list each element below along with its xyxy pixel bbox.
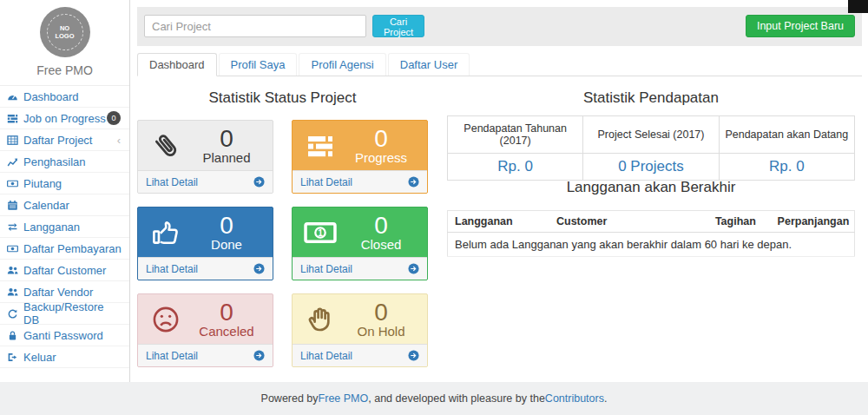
card-planned: 0 Planned Lihat Detail [137,120,273,194]
sidebar-item-label: Daftar Vendor [23,286,93,299]
sidebar-nav: Dashboard Job on Progress 0 Daftar Proje… [0,85,129,368]
card-progress: 0 Progress Lihat Detail [292,120,428,194]
sidebar-item-label: Dashboard [23,90,79,103]
footer-link-free-pmo[interactable]: Free PMO [319,392,369,405]
sidebar-item-calendar[interactable]: Calendar [0,194,129,216]
done-label: Done [186,238,267,252]
svg-text:1: 1 [318,227,323,237]
income-table: Pendapatan Tahunan (2017) Project Selesa… [447,115,855,181]
on-hold-count: 0 [340,300,422,325]
income-section-title: Statistik Pendapatan [447,89,855,107]
arrow-circle-right-icon [408,263,419,274]
new-project-button[interactable]: Input Project Baru [746,15,855,37]
status-cards: 0 Planned Lihat Detail 0 Progress [137,120,428,367]
subscription-header: Tagihan [708,211,771,233]
sidebar-item-daftar-customer[interactable]: Daftar Customer [0,260,129,281]
subscription-header: Customer [549,211,708,233]
sidebar-item-ganti-password[interactable]: Ganti Password [0,325,129,346]
sign-out-icon [7,352,18,363]
money-icon [7,178,18,189]
arrow-circle-right-icon [253,263,265,274]
subscription-header: Langganan [448,211,549,233]
topbar: Cari Project Input Project Baru [137,7,862,46]
tab-profil-agensi[interactable]: Profil Agensi [299,53,385,76]
tab-daftar-user[interactable]: Daftar User [388,53,470,76]
progress-detail-link[interactable]: Lihat Detail [293,170,427,193]
tasks-icon [300,132,340,160]
sidebar-item-label: Penghasilan [23,155,86,168]
closed-count: 0 [340,213,422,238]
sidebar-item-dashboard[interactable]: Dashboard [0,86,129,108]
sidebar-item-label: Daftar Project [23,134,92,147]
subscription-section-title: Langganan akan Berakhir [447,179,855,196]
sidebar-item-daftar-pembayaran[interactable]: Daftar Pembayaran [0,238,129,260]
page-footer: Powered by Free PMO, and developed with … [0,382,868,415]
arrow-circle-right-icon [253,350,265,361]
chevron-left-icon: ‹ [117,135,121,146]
income-header: Pendapatan Tahunan (2017) [448,116,583,154]
sidebar-item-penghasilan[interactable]: Penghasilan [0,151,129,173]
card-on-hold: 0 On Hold Lihat Detail [292,293,428,367]
closed-detail-link[interactable]: Lihat Detail [293,257,427,280]
free-pmo-dashboard: NO LOGO Free PMO Dashboard Job on Progre… [0,0,868,415]
planned-label: Planned [186,151,267,165]
income-value: 0 Projects [583,154,719,181]
canceled-detail-link[interactable]: Lihat Detail [138,344,273,366]
subscription-table: Langganan Customer Tagihan Perpanjangan … [447,210,855,257]
sidebar-item-keluar[interactable]: Keluar [0,346,129,368]
search-input[interactable] [144,15,366,37]
sidebar-item-label: Calendar [23,199,69,212]
footer-text: , and developed with pleasure by the [368,392,545,405]
subscription-empty-message: Belum ada Langganan yang akan berakhir d… [448,233,855,257]
tasks-icon [7,113,18,124]
exchange-icon [7,221,18,233]
tab-profil-saya[interactable]: Profil Saya [219,53,298,76]
canceled-count: 0 [186,300,267,325]
search-button[interactable]: Cari Project [372,15,424,37]
calendar-icon [7,200,18,211]
footer-link-contributors[interactable]: Contributors [545,392,604,405]
tab-bar: Dashboard Profil Saya Profil Agensi Daft… [137,53,862,76]
status-section-title: Statistik Status Project [137,89,428,107]
thumbs-up-icon [146,218,186,247]
sidebar-item-label: Backup/Restore DB [23,300,122,326]
income-header: Pendapatan akan Datang [719,116,854,154]
sidebar-item-langganan[interactable]: Langganan [0,216,129,238]
planned-detail-link[interactable]: Lihat Detail [138,170,273,193]
sidebar-item-backup-restore[interactable]: Backup/Restore DB [0,303,129,325]
subscription-header: Perpanjangan [771,211,855,233]
arrow-circle-right-icon [408,350,419,361]
card-closed: 1 0 Closed Lihat Detail [292,207,428,280]
screen-corner-artifact [848,0,868,13]
canceled-label: Canceled [186,325,267,339]
progress-label: Progress [340,151,422,165]
users-icon [7,265,18,276]
sidebar-item-label: Ganti Password [23,329,103,342]
on-hold-detail-link[interactable]: Lihat Detail [293,344,427,366]
footer-text: Powered by [261,392,319,405]
card-done: 0 Done Lihat Detail [137,207,273,280]
logo: NO LOGO [0,0,129,57]
sidebar-item-daftar-project[interactable]: Daftar Project ‹ [0,129,129,151]
tab-dashboard[interactable]: Dashboard [137,53,217,76]
sidebar-item-job-on-progress[interactable]: Job on Progress 0 [0,108,129,129]
job-count-badge: 0 [107,111,121,125]
money-bill-icon: 1 [300,220,340,246]
frown-icon [146,306,186,333]
sidebar-item-piutang[interactable]: Piutang [0,173,129,194]
sidebar-item-label: Daftar Pembayaran [23,242,122,255]
paperclip-icon [141,122,190,170]
done-detail-link[interactable]: Lihat Detail [138,257,273,280]
done-count: 0 [186,213,267,238]
dashboard-icon [7,91,18,102]
sidebar-item-label: Piutang [23,177,62,190]
arrow-circle-right-icon [253,176,265,188]
arrow-circle-right-icon [408,176,419,188]
refresh-icon [7,308,18,319]
hand-icon [300,305,340,334]
sidebar-item-label: Daftar Customer [23,264,106,277]
sidebar-item-label: Langganan [23,221,80,234]
sidebar: NO LOGO Free PMO Dashboard Job on Progre… [0,0,130,382]
table-icon [7,135,18,146]
money-icon [7,243,18,254]
